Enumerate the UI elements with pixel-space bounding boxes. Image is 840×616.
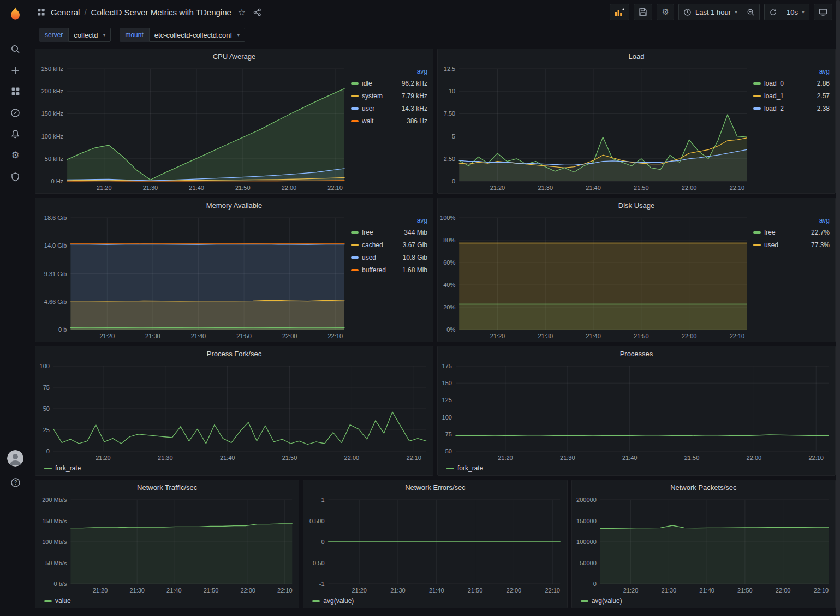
legend-series-name[interactable]: buffered (362, 266, 399, 274)
user-avatar[interactable] (7, 450, 23, 467)
panel-title: Network Packets/sec (670, 483, 736, 492)
legend: fork_rate (438, 463, 835, 475)
save-dashboard-button[interactable] (634, 4, 652, 20)
panel-header[interactable]: Load (438, 49, 835, 63)
refresh-button[interactable] (764, 4, 782, 20)
grafana-logo[interactable] (7, 5, 24, 23)
x-tick-label: 21:30 (560, 454, 575, 461)
sidebar-item-create[interactable] (3, 59, 27, 81)
panel-header[interactable]: Processes (438, 346, 835, 361)
sidebar-item-search[interactable] (3, 38, 27, 59)
disk-usage-chart[interactable]: 0%20%40%60%80%100%21:2021:3021:4021:5022… (438, 212, 753, 342)
cycle-view-button[interactable] (814, 4, 832, 20)
network-traffic-sec-chart[interactable]: 0 b/s50 Mb/s100 Mb/s150 Mb/s200 Mb/s21:2… (35, 494, 299, 596)
x-tick-label: 21:20 (96, 454, 111, 461)
legend-series-name[interactable]: idle (362, 80, 398, 87)
sidebar-item-alerting[interactable] (3, 123, 27, 145)
page-title[interactable]: CollectD Server Metrics with TDengine (91, 8, 231, 17)
load-chart[interactable]: 02.5057.501012.521:2021:3021:4021:5022:0… (438, 63, 753, 193)
legend-item-wait: wait386 Hz (351, 115, 427, 127)
y-tick-label: 200000 (576, 497, 597, 503)
star-button[interactable]: ☆ (237, 6, 247, 19)
sidebar-item-dashboards[interactable] (3, 81, 27, 102)
scrollbar[interactable] (836, 0, 840, 616)
x-tick-label: 22:10 (730, 184, 745, 191)
main-area: General / CollectD Server Metrics with T… (31, 0, 840, 616)
legend-series-name[interactable]: load_1 (764, 92, 814, 100)
dashboard-settings-button[interactable]: ⚙ (657, 4, 674, 20)
memory-available-chart[interactable]: 0 b4.66 Gib9.31 Gib14.0 Gib18.6 Gib21:20… (35, 212, 351, 342)
legend-item-fork_rate: fork_rate (446, 462, 483, 475)
legend-series-name[interactable]: wait (362, 117, 403, 125)
panel-header[interactable]: CPU Average (35, 49, 433, 63)
x-tick-label: 21:40 (622, 454, 638, 461)
legend-series-name[interactable]: fork_rate (457, 464, 483, 472)
panel-disk-usage: Disk Usage0%20%40%60%80%100%21:2021:3021… (437, 198, 836, 342)
legend-item-idle: idle96.2 kHz (351, 77, 427, 89)
legend-series-name[interactable]: used (362, 254, 400, 261)
x-tick-label: 22:10 (730, 333, 745, 339)
legend-series-name[interactable]: avg(value) (592, 597, 622, 605)
variable-value-dropdown[interactable]: collectd ▾ (68, 28, 111, 42)
legend-series-name[interactable]: load_2 (764, 105, 814, 112)
compass-icon (10, 108, 20, 118)
plus-icon (10, 65, 20, 75)
sidebar-item-server-admin[interactable] (3, 166, 27, 187)
process-fork-sec-chart[interactable]: 025507510021:2021:3021:4021:5022:0022:10 (35, 361, 433, 463)
add-panel-button[interactable] (610, 4, 629, 20)
legend-series-value: 22.7% (811, 229, 830, 236)
sidebar-item-configuration[interactable]: ⚙ (3, 145, 27, 166)
network-packets-sec-chart[interactable]: 05000010000015000020000021:2021:3021:402… (572, 494, 835, 596)
legend-series-name[interactable]: cached (362, 241, 400, 249)
breadcrumb-folder[interactable]: General (51, 8, 80, 17)
y-tick-label: 7.50 (444, 110, 455, 117)
legend-series-value: 3.67 Gib (403, 241, 427, 249)
navbar: General / CollectD Server Metrics with T… (31, 0, 840, 24)
variable-server: server collectd ▾ (39, 28, 111, 42)
panel-header[interactable]: Network Errors/sec (303, 480, 567, 494)
x-tick-label: 21:30 (129, 587, 145, 594)
legend-series-name[interactable]: free (764, 229, 808, 236)
sidebar-item-explore[interactable] (3, 102, 27, 123)
y-tick-label: 200 Mb/s (42, 497, 67, 503)
panel-header[interactable]: Process Fork/sec (35, 346, 433, 361)
legend-series-name[interactable]: load_0 (764, 80, 814, 87)
x-tick-label: 22:00 (682, 184, 697, 191)
zoom-out-button[interactable] (742, 4, 760, 20)
chart-area: 05000010000015000020000021:2021:3021:402… (572, 494, 835, 596)
panel-header[interactable]: Disk Usage (438, 198, 835, 212)
breadcrumb-separator: / (84, 8, 86, 17)
legend-series-name[interactable]: used (764, 241, 808, 249)
time-range-picker[interactable]: Last 1 hour ▾ (678, 4, 742, 20)
cpu-average-chart[interactable]: 0 Hz50 kHz100 kHz150 kHz200 kHz250 kHz21… (35, 63, 351, 193)
scrollbar-thumb[interactable] (836, 0, 840, 616)
y-tick-label: 4.66 Gib (44, 298, 67, 305)
x-tick-label: 21:50 (737, 587, 753, 594)
legend-series-value: 96.2 kHz (402, 80, 427, 87)
panel-header[interactable]: Network Traffic/sec (35, 480, 299, 494)
refresh-interval-select[interactable]: 10s ▾ (782, 4, 809, 20)
legend-series-name[interactable]: free (362, 229, 401, 236)
network-errors-sec-chart[interactable]: -1-0.5000.500121:2021:3021:4021:5022:002… (303, 494, 567, 596)
y-tick-label: 50 (445, 448, 452, 454)
legend-series-name[interactable]: user (362, 105, 398, 112)
panel-header[interactable]: Memory Available (35, 198, 433, 212)
legend-series-name[interactable]: fork_rate (55, 464, 81, 472)
legend-series-name[interactable]: value (55, 597, 71, 605)
y-tick-label: 20% (443, 304, 455, 310)
variable-label: server (39, 28, 68, 42)
sidebar-item-help[interactable]: ? (3, 472, 27, 493)
avatar-icon (7, 450, 23, 467)
share-button[interactable] (252, 7, 263, 17)
legend-series-name[interactable]: system (362, 92, 398, 100)
variable-value-dropdown[interactable]: etc-collectd-collectd.conf ▾ (149, 28, 245, 42)
x-tick-label: 21:40 (429, 587, 444, 594)
x-tick-label: 21:40 (166, 587, 182, 594)
x-tick-label: 21:50 (282, 454, 297, 461)
processes-chart[interactable]: 507510012515017521:2021:3021:4021:5022:0… (438, 361, 835, 463)
legend-series-name[interactable]: avg(value) (323, 597, 354, 605)
panel-header[interactable]: Network Packets/sec (572, 480, 835, 494)
series-fill-idle (67, 88, 344, 181)
x-tick-label: 22:10 (808, 454, 824, 461)
series-fill-avg(value) (600, 525, 829, 584)
